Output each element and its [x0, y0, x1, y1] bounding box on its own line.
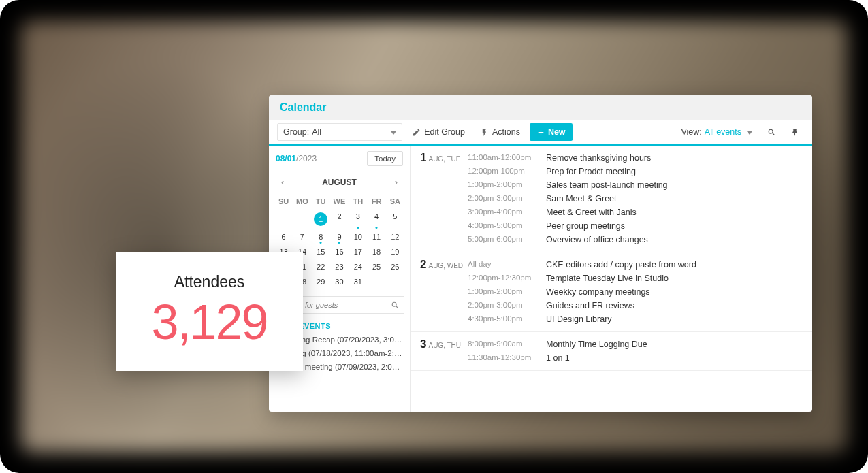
- day-cell[interactable]: 11: [367, 229, 385, 244]
- group-selector[interactable]: Group: All: [277, 123, 402, 141]
- actions-button[interactable]: Actions: [475, 127, 526, 137]
- day-label: AUG, WED: [428, 262, 463, 270]
- event-title: Monthly Time Logging Due: [546, 340, 647, 349]
- event-time: 11:00am-12:00pm: [468, 153, 546, 163]
- day-cell[interactable]: 23: [330, 259, 349, 274]
- day-cell: [386, 274, 404, 289]
- today-button[interactable]: Today: [367, 151, 403, 166]
- day-cell[interactable]: 10: [349, 229, 367, 244]
- pin-button[interactable]: [785, 123, 804, 142]
- day-cell[interactable]: 25: [367, 259, 385, 274]
- day-cell[interactable]: 19: [386, 244, 404, 259]
- event-title: 1 on 1: [546, 353, 570, 363]
- agenda-event[interactable]: All dayCKE editors add / copy paste from…: [464, 258, 812, 272]
- event-title: UI Design Library: [546, 314, 612, 324]
- agenda-event[interactable]: 4:00pm-5:00pmPeer group meetings: [464, 219, 812, 233]
- agenda-list[interactable]: 1AUG, TUE11:00am-12:00pmRemove thanksgiv…: [411, 146, 812, 412]
- actions-label: Actions: [492, 127, 520, 137]
- edit-group-button[interactable]: Edit Group: [406, 127, 470, 137]
- group-value: All: [312, 127, 321, 137]
- day-cell: [293, 209, 311, 229]
- panel-header: Calendar: [269, 95, 812, 120]
- day-label: AUG, THU: [428, 342, 461, 349]
- day-cell[interactable]: 6: [274, 229, 293, 244]
- agenda-day: 2AUG, WEDAll dayCKE editors add / copy p…: [411, 252, 812, 332]
- search-icon: [391, 301, 400, 310]
- event-time: 4:30pm-5:00pm: [468, 314, 546, 324]
- day-cell[interactable]: 8: [312, 229, 330, 244]
- day-cell[interactable]: 1: [312, 209, 330, 229]
- chevron-down-icon: [388, 127, 396, 137]
- agenda-event[interactable]: 1:00pm-2:00pmSales team post-launch meet…: [464, 178, 812, 192]
- event-time: 8:00pm-9:00am: [468, 340, 546, 349]
- day-cell[interactable]: 17: [349, 244, 367, 259]
- day-cell[interactable]: 29: [312, 274, 330, 289]
- pencil-icon: [412, 128, 421, 137]
- agenda-event[interactable]: 5:00pm-6:00pmOverview of office changes: [464, 233, 812, 246]
- agenda-event[interactable]: 2:00pm-3:00pmGuides and FR reviews: [464, 299, 812, 312]
- day-cell[interactable]: 12: [386, 229, 404, 244]
- day-label: AUG, TUE: [428, 155, 460, 163]
- next-month-button[interactable]: ›: [391, 176, 402, 189]
- toolbar: Group: All Edit Group Actions New View: …: [269, 120, 812, 146]
- day-cell[interactable]: 4: [367, 209, 385, 229]
- event-time: 12:00pm-100pm: [468, 167, 546, 176]
- agenda-event[interactable]: 12:00pm-12:30pmTemplate Tuesday Live in …: [464, 272, 812, 285]
- bolt-icon: [480, 128, 489, 137]
- agenda-event[interactable]: 11:30am-12:30pm1 on 1: [464, 351, 812, 365]
- agenda-day: 1AUG, TUE11:00am-12:00pmRemove thanksgiv…: [411, 146, 812, 252]
- event-time: 5:00pm-6:00pm: [468, 235, 546, 244]
- event-time: 1:00pm-2:00pm: [468, 180, 546, 190]
- panel-title: Calendar: [280, 101, 326, 114]
- day-cell[interactable]: 30: [330, 274, 349, 289]
- search-button[interactable]: [762, 123, 781, 142]
- day-cell[interactable]: 31: [349, 274, 367, 289]
- day-cell[interactable]: 3: [349, 209, 367, 229]
- month-label: AUGUST: [322, 178, 357, 187]
- day-number: 1: [420, 151, 426, 164]
- day-cell[interactable]: 7: [293, 229, 311, 244]
- day-cell[interactable]: 5: [386, 209, 404, 229]
- agenda-event[interactable]: 1:00pm-2:00pmWeekky company meetings: [464, 285, 812, 299]
- day-cell[interactable]: 26: [386, 259, 404, 274]
- search-icon: [767, 128, 776, 137]
- event-title: Remove thanksgiving hours: [546, 153, 651, 163]
- day-cell[interactable]: 22: [312, 259, 330, 274]
- event-time: 4:00pm-5:00pm: [468, 221, 546, 231]
- agenda-event[interactable]: 4:30pm-5:00pmUI Design Library: [464, 312, 812, 326]
- current-date: 08/01/2023: [276, 154, 317, 163]
- day-cell[interactable]: 2: [330, 209, 349, 229]
- day-cell: [274, 209, 293, 229]
- panel-body: 08/01/2023 Today ‹ AUGUST › SUMOTUWETHFR…: [269, 146, 812, 412]
- day-number: 3: [420, 338, 426, 350]
- new-label: New: [548, 127, 566, 137]
- new-button[interactable]: New: [530, 123, 573, 141]
- calendar-panel: Calendar Group: All Edit Group Actions N…: [269, 95, 812, 412]
- day-number: 2: [420, 258, 426, 271]
- agenda-event[interactable]: 2:00pm-3:00pmSam Meet & Greet: [464, 192, 812, 206]
- event-title: Overview of office changes: [546, 235, 648, 244]
- event-time: 3:00pm-4:00pm: [468, 208, 546, 217]
- attendees-value: 3,129: [151, 294, 267, 350]
- event-title: Template Tuesday Live in Studio: [546, 274, 669, 283]
- event-title: Weekky company meetings: [546, 287, 650, 297]
- day-cell[interactable]: 9: [330, 229, 349, 244]
- event-title: Sam Meet & Greet: [546, 194, 617, 203]
- day-cell[interactable]: 18: [367, 244, 385, 259]
- prev-month-button[interactable]: ‹: [277, 176, 288, 189]
- agenda-event[interactable]: 8:00pm-9:00amMonthly Time Logging Due: [464, 338, 812, 351]
- day-cell[interactable]: 24: [349, 259, 367, 274]
- view-value: All events: [705, 127, 741, 137]
- day-cell[interactable]: 15: [312, 244, 330, 259]
- agenda-event[interactable]: 12:00pm-100pmPrep for Prodct meeting: [464, 165, 812, 178]
- group-label: Group:: [283, 127, 309, 137]
- event-time: 11:30am-12:30pm: [468, 353, 546, 363]
- dow-cell: SU: [274, 194, 293, 209]
- view-selector[interactable]: View: All events: [675, 123, 758, 141]
- event-title: CKE editors add / copy paste from word: [546, 260, 696, 270]
- day-cell[interactable]: 16: [330, 244, 349, 259]
- agenda-event[interactable]: 3:00pm-4:00pmMeet & Greet with Janis: [464, 206, 812, 219]
- event-title: Guides and FR reviews: [546, 301, 634, 310]
- agenda-event[interactable]: 11:00am-12:00pmRemove thanksgiving hours: [464, 151, 812, 165]
- dow-cell: FR: [367, 194, 385, 209]
